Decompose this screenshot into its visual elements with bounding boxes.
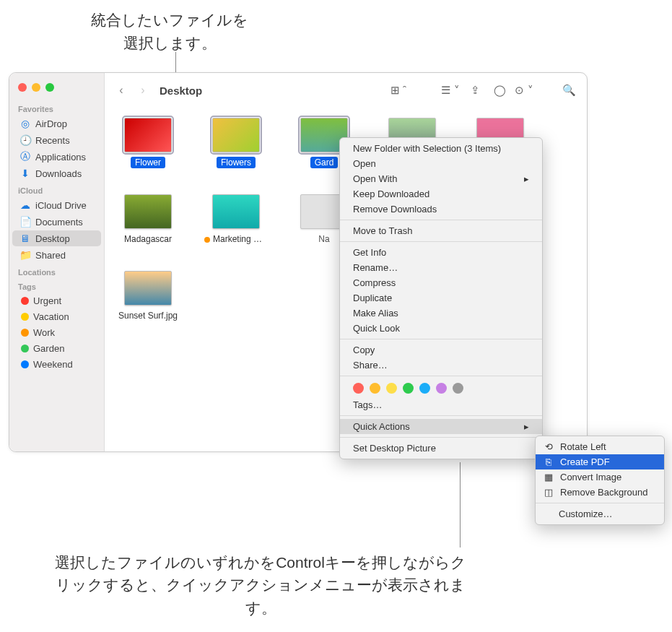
sidebar-item-icloud-drive[interactable]: ☁iCloud Drive — [12, 197, 101, 213]
file-item[interactable]: Flower — [112, 118, 184, 168]
sidebar-item-downloads[interactable]: ⬇Downloads — [12, 165, 101, 181]
share-button[interactable]: ⇪ — [466, 82, 484, 98]
sidebar-item-label: Downloads — [35, 168, 82, 179]
tag-dot-icon — [21, 313, 29, 321]
view-button[interactable]: ⊞ ˆ — [389, 82, 408, 98]
close-button[interactable] — [18, 83, 27, 92]
context-menu-item[interactable]: Remove Downloads — [340, 202, 542, 217]
sidebar-item-weekend[interactable]: Weekend — [12, 357, 101, 372]
sidebar-item-applications[interactable]: ⒶApplications — [12, 149, 101, 165]
sidebar-item-recents[interactable]: 🕘Recents — [12, 132, 101, 148]
tag-button[interactable]: ◯ — [490, 82, 509, 98]
back-button[interactable]: ‹ — [113, 82, 129, 98]
file-thumbnail — [212, 194, 260, 229]
context-menu-tags[interactable]: Tags… — [340, 397, 542, 412]
apps-icon: Ⓐ — [19, 151, 31, 163]
sidebar-item-vacation[interactable]: Vacation — [12, 309, 101, 324]
callout-top: 統合したいファイルを 選択します。 — [83, 9, 256, 54]
search-button[interactable]: 🔍 — [559, 82, 578, 98]
submenu-item-rotate-left[interactable]: ⟲Rotate Left — [536, 439, 664, 454]
context-menu-item[interactable]: Open — [340, 156, 542, 171]
file-name: Na — [314, 233, 333, 245]
context-menu-item[interactable]: Compress — [340, 275, 542, 290]
file-thumbnail — [124, 271, 172, 306]
context-menu: New Folder with Selection (3 Items)OpenO… — [339, 137, 543, 459]
sidebar-item-work[interactable]: Work — [12, 325, 101, 340]
sidebar-item-urgent[interactable]: Urgent — [12, 293, 101, 308]
sidebar-item-label: Vacation — [33, 311, 69, 322]
window-title: Desktop — [160, 85, 202, 97]
context-menu-item[interactable]: Open With▸ — [340, 171, 542, 186]
tag-dot-icon — [21, 329, 29, 337]
minimize-button[interactable] — [32, 83, 40, 92]
file-item[interactable]: Sunset Surf.jpg — [112, 271, 184, 321]
context-menu-item[interactable]: Copy — [340, 342, 542, 358]
submenu-item-convert-image[interactable]: ▦Convert Image — [536, 469, 664, 485]
tag-dot-icon — [21, 297, 29, 305]
tag-color-icon[interactable] — [353, 383, 364, 394]
file-name: Sunset Surf.jpg — [114, 310, 182, 321]
action-icon: ⎘ — [543, 456, 554, 467]
context-menu-item[interactable]: Quick Look — [340, 321, 542, 336]
file-name: Madagascar — [120, 233, 176, 245]
submenu-item-create-pdf[interactable]: ⎘Create PDF — [536, 454, 664, 469]
file-thumbnail — [124, 194, 172, 229]
callout-bottom: 選択したファイルのいずれかをControlキーを押しながらクリックすると、クイッ… — [54, 551, 467, 620]
file-name: Flower — [131, 157, 165, 168]
context-menu-item[interactable]: Move to Trash — [340, 223, 542, 238]
sidebar-item-label: Urgent — [33, 295, 61, 306]
file-item[interactable]: Madagascar — [112, 194, 184, 245]
context-menu-item[interactable]: Share… — [340, 358, 542, 373]
sidebar-header: Tags — [9, 278, 104, 293]
desktop-icon: 🖥 — [19, 233, 31, 244]
context-menu-item[interactable]: Duplicate — [340, 290, 542, 306]
context-menu-item[interactable]: Keep Downloaded — [340, 186, 542, 202]
sidebar-item-label: AirDrop — [35, 118, 67, 129]
sidebar-item-shared[interactable]: 📁Shared — [12, 247, 101, 263]
tag-color-icon[interactable] — [419, 383, 430, 394]
shared-icon: 📁 — [19, 249, 31, 261]
file-name: Marketing Plan — [200, 233, 272, 245]
sidebar-header: Favorites — [9, 100, 104, 115]
context-menu-item[interactable]: Rename… — [340, 260, 542, 275]
separator — [340, 339, 542, 339]
tag-color-icon[interactable] — [436, 383, 447, 394]
file-name: Flowers — [217, 157, 256, 168]
tag-color-icon[interactable] — [403, 383, 414, 394]
sidebar-item-desktop[interactable]: 🖥Desktop — [12, 230, 101, 246]
quick-actions-submenu: ⟲Rotate Left⎘Create PDF▦Convert Image◫Re… — [535, 436, 665, 525]
sidebar-item-garden[interactable]: Garden — [12, 341, 101, 356]
forward-button[interactable]: › — [135, 82, 151, 98]
sidebar-item-documents[interactable]: 📄Documents — [12, 214, 101, 230]
separator — [340, 241, 542, 242]
file-item[interactable]: Flowers — [200, 118, 272, 168]
context-menu-item[interactable]: Make Alias — [340, 306, 542, 321]
tag-color-icon[interactable] — [370, 383, 380, 394]
callout-line — [460, 462, 461, 547]
tag-color-row — [340, 379, 542, 397]
clock-icon: 🕘 — [19, 134, 31, 146]
context-menu-set-desktop[interactable]: Set Desktop Picture — [340, 441, 542, 456]
submenu-customize[interactable]: Customize… — [536, 506, 664, 521]
sidebar-item-label: Recents — [35, 135, 70, 146]
doc-icon: 📄 — [19, 216, 31, 228]
separator — [340, 376, 542, 376]
sidebar-header: Locations — [9, 264, 104, 278]
more-button[interactable]: ⊙ ˅ — [515, 82, 533, 98]
separator — [340, 220, 542, 220]
context-menu-item[interactable]: New Folder with Selection (3 Items) — [340, 141, 542, 156]
submenu-item-remove-background[interactable]: ◫Remove Background — [536, 485, 664, 500]
context-menu-quick-actions[interactable]: Quick Actions▸ — [340, 419, 542, 434]
context-menu-item[interactable]: Get Info — [340, 245, 542, 260]
tag-dot-icon — [21, 360, 29, 368]
tag-color-icon[interactable] — [386, 383, 397, 394]
zoom-button[interactable] — [45, 83, 54, 92]
group-button[interactable]: ☰ ˅ — [441, 82, 460, 98]
sidebar-item-label: Shared — [35, 250, 66, 261]
file-thumbnail — [212, 118, 260, 152]
file-item[interactable]: Marketing Plan — [200, 194, 272, 245]
sidebar: Favorites◎AirDrop🕘RecentsⒶApplications⬇D… — [9, 73, 105, 451]
sidebar-item-label: Work — [33, 327, 55, 338]
tag-color-icon[interactable] — [453, 383, 463, 394]
sidebar-item-airdrop[interactable]: ◎AirDrop — [12, 116, 101, 131]
